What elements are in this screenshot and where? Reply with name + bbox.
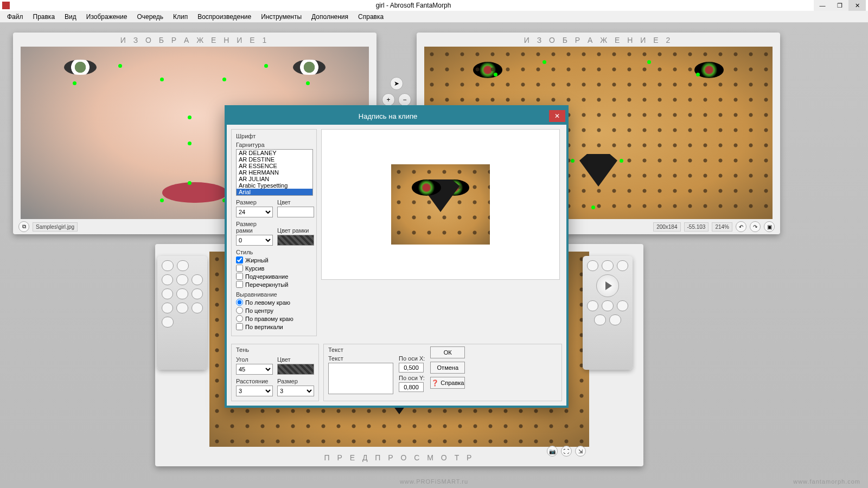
text-group: Текст Текст По оси X: По оси Y: ОК Отмен… (323, 344, 562, 401)
align-center-label: По центру (245, 307, 273, 314)
first-icon[interactable] (594, 314, 606, 325)
align-vert-label: По вертикали (245, 324, 283, 330)
stop-icon[interactable] (602, 300, 613, 311)
font-option[interactable]: AR JULIAN (237, 176, 312, 182)
font-option[interactable]: AR DELANEY (237, 150, 312, 156)
shadow-group-label: Тень (236, 346, 314, 353)
titlebar: girl - Abrosoft FantaMorph — ❐ ✕ (0, 0, 868, 11)
text-label: Текст (328, 355, 393, 362)
zoom-in-icon[interactable]: + (382, 93, 395, 106)
strike-label: Перечеркнутый (245, 281, 288, 288)
menu-image[interactable]: Изображение (81, 12, 132, 22)
shadow-size-select[interactable]: 3 (277, 386, 314, 396)
minimize-button[interactable]: — (814, 0, 831, 11)
next-icon[interactable] (617, 300, 628, 311)
rotate-right-icon[interactable]: ↷ (750, 221, 761, 232)
dock-btn[interactable] (177, 260, 189, 271)
shadow-size-label: Размер (277, 378, 314, 384)
camera-icon[interactable]: 📷 (547, 446, 558, 457)
font-option-selected[interactable]: Arial (237, 189, 312, 195)
border-color-swatch[interactable] (277, 235, 314, 246)
right-dock (583, 256, 633, 370)
menu-queue[interactable]: Очередь (132, 12, 168, 22)
font-option[interactable]: AR DESTINE (237, 156, 312, 163)
shadow-angle-label: Угол (236, 356, 273, 363)
export-icon[interactable]: ⇲ (575, 446, 586, 457)
border-color-label: Цвет рамки (277, 227, 314, 234)
menu-edit[interactable]: Правка (28, 12, 60, 22)
menubar: Файл Правка Вид Изображение Очередь Клип… (0, 11, 868, 23)
cancel-button[interactable]: Отмена (430, 362, 465, 374)
dialog-header[interactable]: Надпись на клипе ✕ (227, 107, 566, 125)
align-center-radio[interactable] (236, 307, 243, 314)
last-icon[interactable] (609, 314, 621, 325)
ok-button[interactable]: ОК (430, 346, 465, 358)
size-label: Размер (236, 199, 273, 206)
prev-icon[interactable] (587, 300, 598, 311)
border-size-select[interactable]: 0 (236, 235, 273, 246)
help-button[interactable]: ❓ Справка (430, 377, 465, 389)
menu-tools[interactable]: Инструменты (256, 12, 307, 22)
align-right-radio[interactable] (236, 315, 243, 322)
font-group-label: Шрифт (236, 133, 312, 139)
left-dock (157, 256, 207, 370)
dock-btn[interactable] (617, 260, 628, 271)
strike-checkbox[interactable] (236, 281, 243, 288)
dock-btn[interactable] (162, 260, 174, 271)
shadow-distance-select[interactable]: 3 (236, 386, 273, 396)
dock-btn[interactable] (162, 288, 173, 299)
y-input[interactable] (399, 382, 424, 392)
dock-btn[interactable] (192, 274, 203, 285)
expand-icon[interactable]: ⛶ (561, 446, 572, 457)
font-option[interactable]: AR HERMANN (237, 169, 312, 176)
menu-addons[interactable]: Дополнения (307, 12, 353, 22)
watermark-center: www.PROFiSMART.ru (400, 478, 468, 485)
dock-btn[interactable] (176, 274, 188, 285)
dock-btn[interactable] (162, 274, 173, 285)
dock-btn[interactable] (176, 303, 188, 313)
bold-checkbox[interactable] (236, 256, 243, 264)
italic-label: Курсив (245, 265, 264, 272)
close-button[interactable]: ✕ (848, 0, 866, 11)
dock-btn[interactable] (192, 288, 203, 299)
image1-path: Samples\girl.jpg (33, 222, 78, 232)
size-select[interactable]: 24 (236, 207, 273, 217)
x-input[interactable] (399, 363, 424, 373)
preview-tools: 📷 ⛶ ⇲ (547, 446, 586, 457)
dialog-title: Надпись на клипе (227, 112, 549, 120)
image2-angle: -55.103 (684, 222, 709, 232)
text-color-swatch[interactable] (277, 207, 314, 217)
dock-btn[interactable] (587, 260, 598, 271)
dock-btn[interactable] (176, 288, 188, 299)
pointer-icon[interactable]: ➤ (390, 77, 403, 90)
typeface-label: Гарнитура (236, 142, 312, 148)
dock-btn[interactable] (162, 303, 173, 313)
menu-help[interactable]: Справка (353, 12, 388, 22)
zoom-out-icon[interactable]: − (398, 93, 411, 106)
menu-file[interactable]: Файл (2, 12, 28, 22)
dock-btn[interactable] (602, 260, 613, 271)
caption-textarea[interactable] (328, 363, 393, 394)
fit-icon[interactable]: ▣ (764, 221, 775, 232)
rotate-left-icon[interactable]: ↶ (736, 221, 746, 232)
italic-checkbox[interactable] (236, 265, 243, 272)
align-left-radio[interactable] (236, 299, 243, 306)
color-label: Цвет (277, 199, 314, 206)
open-image1-button[interactable]: ⧉ (18, 221, 29, 232)
shadow-color-swatch[interactable] (277, 364, 314, 375)
underline-checkbox[interactable] (236, 273, 243, 280)
font-option[interactable]: Arabic Typesetting (237, 182, 312, 189)
menu-view[interactable]: Вид (60, 12, 81, 22)
maximize-button[interactable]: ❐ (831, 0, 848, 11)
dialog-close-button[interactable]: ✕ (549, 110, 565, 122)
play-button[interactable] (596, 274, 619, 297)
font-option[interactable]: AR ESSENCE (237, 163, 312, 169)
align-label: Выравнивание (236, 291, 312, 298)
dock-btn[interactable] (192, 303, 203, 313)
vertical-checkbox[interactable] (236, 323, 243, 330)
menu-playback[interactable]: Воспроизведение (193, 12, 256, 22)
font-list[interactable]: AR DELANEY AR DESTINE AR ESSENCE AR HERM… (236, 149, 313, 196)
dock-btn[interactable] (162, 317, 174, 328)
menu-clip[interactable]: Клип (168, 12, 193, 22)
shadow-angle-select[interactable]: 45 (236, 364, 273, 375)
